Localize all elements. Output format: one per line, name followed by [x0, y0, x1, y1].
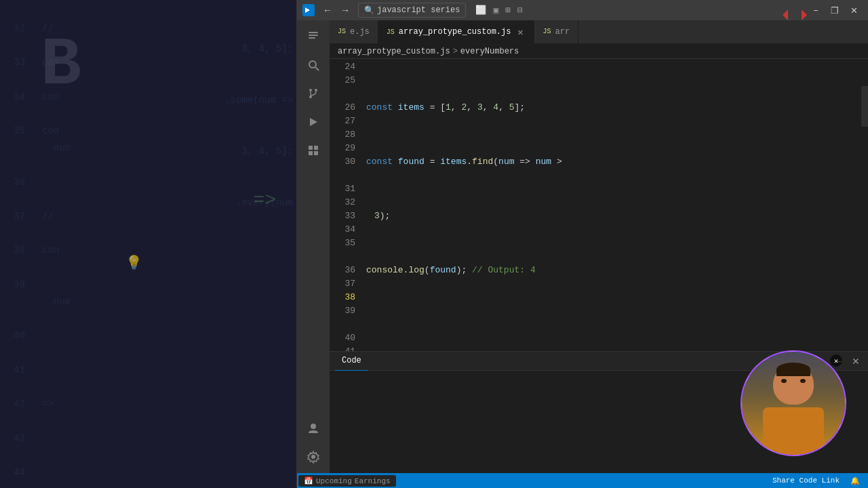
status-share[interactable]: Share Code Link: [770, 476, 842, 485]
ln-27: 27: [330, 115, 355, 128]
svg-point-5: [309, 89, 312, 92]
tab-label-2: array_protype_custom.js: [399, 27, 511, 37]
code-content[interactable]: const items = [1, 2, 3, 4, 5]; const fou…: [363, 59, 861, 351]
title-bar-left: ← → 🔍 javascript series: [302, 3, 466, 18]
bg-arrow: =>: [253, 190, 276, 211]
activity-search[interactable]: [300, 52, 327, 79]
ln-36: 36: [330, 264, 355, 277]
panel-tab-code[interactable]: Code: [335, 352, 368, 371]
activity-explorer[interactable]: [300, 23, 327, 50]
upcoming-notification[interactable]: 📅 Upcoming Earnings: [298, 475, 396, 487]
ln-31: 31: [330, 182, 355, 196]
person-eye-left: [781, 379, 787, 383]
svg-point-3: [309, 61, 316, 68]
ln-24: 24: [330, 60, 355, 74]
tab-array-custom[interactable]: JS array_protype_custom.js ✕: [378, 20, 535, 43]
breadcrumb: array_protype_custom.js > everyNumbers: [330, 44, 868, 59]
ln-cont2: [330, 169, 355, 182]
share-label: Share Code Link: [772, 476, 840, 485]
layout-btn-4[interactable]: ⊟: [515, 3, 526, 17]
ln-37: 37: [330, 277, 355, 291]
svg-point-13: [311, 455, 315, 459]
tab-js-icon-3: JS: [542, 28, 551, 35]
ln-40: 40: [330, 331, 355, 345]
tab-label-1: e.js: [350, 27, 370, 37]
status-bar-right: Share Code Link 🔔: [770, 476, 863, 485]
webcam-person: [742, 352, 845, 455]
code-line-26: console.log(found); // Output: 4: [363, 264, 861, 277]
svg-rect-11: [314, 151, 318, 155]
bg-bulb-icon: 💡: [125, 254, 142, 271]
layout-btn-3[interactable]: ⊞: [502, 3, 513, 17]
activity-bar: [297, 20, 330, 473]
svg-point-7: [309, 96, 312, 98]
ln-25: 25: [330, 74, 355, 87]
search-text: javascript series: [377, 5, 460, 15]
tab-arr[interactable]: JS arr: [534, 20, 578, 43]
forward-button[interactable]: →: [338, 3, 353, 18]
ln-cont1: [330, 87, 355, 101]
minimap-slider: [861, 86, 868, 127]
ln-26: 26: [330, 101, 355, 115]
ln-34: 34: [330, 223, 355, 237]
search-icon: 🔍: [364, 5, 374, 16]
activity-account[interactable]: [300, 415, 327, 442]
tab-js-icon-1: JS: [338, 28, 346, 35]
status-bell[interactable]: 🔔: [848, 476, 863, 485]
tab-ejs[interactable]: JS e.js: [330, 20, 378, 43]
code-editor[interactable]: 24 25 26 27 28 29 30 31 32 33 34 35 36: [330, 59, 868, 351]
title-bar-right: − ❐ ✕: [807, 1, 863, 19]
activity-bar-bottom: [300, 415, 327, 470]
svg-rect-9: [314, 146, 318, 150]
person-body: [763, 407, 824, 455]
ln-32: 32: [330, 196, 355, 209]
svg-marker-16: [783, 9, 788, 20]
breadcrumb-sep: >: [453, 47, 458, 56]
ln-cont4: [330, 318, 355, 331]
vscode-logo: [302, 4, 315, 16]
webcam-close-button[interactable]: ✕: [830, 354, 842, 367]
nav-arrow-left: [776, 5, 795, 24]
restore-button[interactable]: ❐: [826, 1, 844, 19]
back-button[interactable]: ←: [320, 3, 335, 18]
minimap[interactable]: [861, 59, 868, 351]
person-hair: [776, 363, 810, 376]
tab-close-2[interactable]: ✕: [515, 26, 526, 37]
svg-point-6: [315, 89, 317, 92]
svg-rect-8: [309, 146, 313, 150]
ln-39: 39: [330, 304, 355, 318]
nav-arrow-right: [795, 5, 814, 24]
tab-js-icon-2: JS: [387, 28, 395, 36]
code-line-25: const found = items.find(num => num >: [363, 155, 861, 169]
ln-cont3: [330, 250, 355, 264]
code-line-25b: 3);: [363, 209, 861, 223]
ln-30: 30: [330, 155, 355, 169]
background-panel: B 32 // 33 con 34 con 35 con num 36 37 /…: [0, 0, 296, 488]
activity-settings[interactable]: [300, 443, 327, 470]
activity-source-control[interactable]: [300, 80, 327, 107]
code-line-27: [363, 318, 861, 331]
upcoming-label: Upcoming: [316, 477, 352, 485]
breadcrumb-symbol: everyNumbers: [460, 47, 519, 56]
webcam-container: ✕: [739, 349, 848, 458]
svg-rect-1: [309, 35, 318, 36]
tab-label-3: arr: [555, 27, 570, 37]
layout-btn-1[interactable]: ⬜: [473, 3, 489, 17]
layout-btn-2[interactable]: ▣: [490, 3, 501, 17]
close-button[interactable]: ✕: [845, 1, 863, 19]
svg-rect-0: [309, 32, 318, 33]
person-head: [773, 364, 814, 405]
layout-buttons: ⬜ ▣ ⊞ ⊟: [473, 3, 525, 17]
bell-icon: 🔔: [850, 476, 860, 485]
title-bar-nav: ← →: [320, 3, 353, 18]
svg-line-4: [315, 67, 319, 70]
activity-extensions[interactable]: [300, 137, 327, 164]
ln-41: 41: [330, 345, 355, 351]
ln-38: 38: [330, 291, 355, 304]
search-bar[interactable]: 🔍 javascript series: [358, 3, 466, 18]
ln-33: 33: [330, 209, 355, 223]
person-eye-right: [800, 379, 806, 383]
activity-run-debug[interactable]: [300, 108, 327, 136]
webcam-overlay: ✕: [739, 349, 861, 471]
svg-marker-17: [802, 9, 807, 20]
